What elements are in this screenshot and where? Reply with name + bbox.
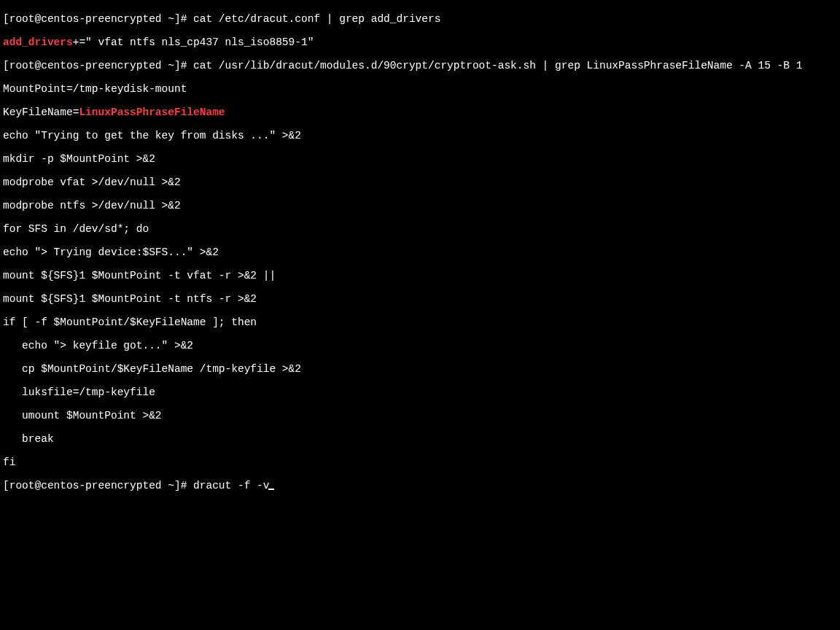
terminal-line: fi: [3, 456, 837, 468]
terminal-line: MountPoint=/tmp-keydisk-mount: [3, 83, 837, 95]
terminal-line: mount ${SFS}1 $MountPoint -t ntfs -r >&2: [3, 293, 837, 305]
output-text: break: [3, 433, 54, 445]
terminal[interactable]: [root@centos-preencrypted ~]# cat /etc/d…: [0, 0, 840, 630]
command-input[interactable]: dracut -f -v: [193, 480, 269, 491]
cursor: [268, 489, 274, 490]
shell-prompt: [root@centos-preencrypted ~]#: [3, 480, 193, 491]
output-text: mount ${SFS}1 $MountPoint -t vfat -r >&2…: [3, 270, 276, 281]
terminal-line: mkdir -p $MountPoint >&2: [3, 153, 837, 165]
grep-match: add_drivers: [3, 36, 73, 48]
output-text: +=" vfat ntfs nls_cp437 nls_iso8859-1": [73, 36, 314, 48]
output-text: for SFS in /dev/sd*; do: [3, 223, 149, 235]
output-text: echo "> Trying device:$SFS..." >&2: [3, 246, 219, 258]
output-text: if [ -f $MountPoint/$KeyFileName ]; then: [3, 316, 257, 328]
terminal-line: mount ${SFS}1 $MountPoint -t vfat -r >&2…: [3, 270, 837, 281]
output-text: KeyFileName=: [3, 106, 79, 118]
output-text: luksfile=/tmp-keyfile: [3, 386, 155, 398]
command-text: cat /etc/dracut.conf | grep add_drivers: [193, 13, 440, 25]
output-text: fi: [3, 456, 15, 468]
shell-prompt: [root@centos-preencrypted ~]#: [3, 60, 193, 71]
output-text: MountPoint=/tmp-keydisk-mount: [3, 83, 187, 95]
terminal-line: cp $MountPoint/$KeyFileName /tmp-keyfile…: [3, 363, 837, 375]
terminal-line: add_drivers+=" vfat ntfs nls_cp437 nls_i…: [3, 36, 837, 48]
terminal-line: echo "Trying to get the key from disks .…: [3, 130, 837, 141]
output-text: modprobe vfat >/dev/null >&2: [3, 176, 181, 188]
terminal-line: for SFS in /dev/sd*; do: [3, 223, 837, 235]
terminal-line: luksfile=/tmp-keyfile: [3, 386, 837, 398]
terminal-line: [root@centos-preencrypted ~]# dracut -f …: [3, 480, 837, 491]
terminal-line: echo "> Trying device:$SFS..." >&2: [3, 246, 837, 258]
output-text: echo "> keyfile got..." >&2: [3, 340, 193, 351]
terminal-line: break: [3, 433, 837, 445]
output-text: modprobe ntfs >/dev/null >&2: [3, 200, 181, 211]
command-text: cat /usr/lib/dracut/modules.d/90crypt/cr…: [193, 60, 802, 71]
terminal-line: KeyFileName=LinuxPassPhraseFileName: [3, 106, 837, 118]
output-text: mkdir -p $MountPoint >&2: [3, 153, 155, 165]
terminal-line: modprobe vfat >/dev/null >&2: [3, 176, 837, 188]
output-text: cp $MountPoint/$KeyFileName /tmp-keyfile…: [3, 363, 301, 375]
terminal-line: if [ -f $MountPoint/$KeyFileName ]; then: [3, 316, 837, 328]
terminal-line: [root@centos-preencrypted ~]# cat /usr/l…: [3, 60, 837, 71]
terminal-line: [root@centos-preencrypted ~]# cat /etc/d…: [3, 13, 837, 25]
output-text: echo "Trying to get the key from disks .…: [3, 130, 301, 141]
terminal-line: umount $MountPoint >&2: [3, 410, 837, 421]
terminal-line: modprobe ntfs >/dev/null >&2: [3, 200, 837, 211]
grep-match: LinuxPassPhraseFileName: [79, 106, 225, 118]
shell-prompt: [root@centos-preencrypted ~]#: [3, 13, 193, 25]
output-text: umount $MountPoint >&2: [3, 410, 162, 421]
output-text: mount ${SFS}1 $MountPoint -t ntfs -r >&2: [3, 293, 257, 305]
terminal-line: echo "> keyfile got..." >&2: [3, 340, 837, 351]
